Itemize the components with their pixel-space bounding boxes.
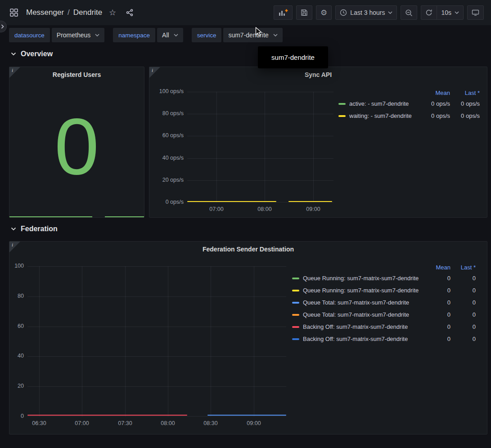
share-dashboard-button[interactable] — [123, 6, 136, 19]
gridline — [187, 92, 333, 92]
series-color-dash — [338, 115, 346, 117]
save-dashboard-button[interactable] — [296, 5, 312, 20]
section-federation-toggle[interactable]: Federation — [11, 225, 58, 233]
legend-series-toggle[interactable]: Queue Total: sum7-matrix-sum7-dendrite — [292, 299, 423, 306]
add-panel-button[interactable] — [274, 5, 293, 20]
chevron-down-icon — [11, 52, 16, 56]
refresh-icon — [425, 9, 432, 16]
zoom-out-time-button[interactable] — [401, 5, 417, 20]
sparkline-segment — [9, 216, 92, 217]
gridline — [39, 266, 40, 417]
legend-series-name: waiting: - sum7-dendrite — [349, 112, 412, 119]
gridline — [27, 386, 286, 387]
y-axis-tick: 100 — [9, 263, 24, 269]
legend-series-toggle[interactable]: Queue Total: sum7-matrix-sum7-dendrite — [292, 311, 423, 318]
time-range-label: Last 3 hours — [350, 9, 385, 16]
star-dashboard-button[interactable]: ☆ — [106, 6, 119, 19]
legend-last-value: 0 — [450, 311, 476, 318]
gridline — [27, 356, 286, 357]
legend-last-header[interactable]: Last * — [450, 264, 476, 271]
apps-grid-icon — [10, 9, 18, 17]
gridline — [313, 92, 314, 202]
refresh-interval-picker[interactable]: 10s — [437, 5, 464, 20]
variable-datasource: datasource Prometheus — [9, 28, 104, 42]
gridline — [27, 266, 286, 267]
legend-series-name: Queue Total: sum7-matrix-sum7-dendrite — [303, 311, 409, 318]
kiosk-mode-button[interactable] — [467, 5, 484, 20]
gridline — [187, 202, 333, 202]
legend-series-toggle[interactable]: Backing Off: sum7-matrix-sum7-dendrite — [292, 323, 423, 330]
panel-title-sync-api[interactable]: Sync API — [149, 71, 487, 78]
time-range-picker[interactable]: Last 3 hours — [335, 5, 397, 20]
x-axis-tick: 07:00 — [69, 420, 95, 426]
legend-mean-value: 0 — [423, 323, 450, 330]
federation-plot-area[interactable] — [27, 266, 286, 417]
legend-header-row: Mean Last * — [338, 88, 480, 98]
legend-mean-value: 0 — [423, 299, 450, 306]
stat-value: 0 — [9, 94, 144, 199]
gear-icon: ⚙ — [320, 9, 327, 17]
variable-namespace: namespace All — [113, 28, 183, 42]
legend-series-toggle[interactable]: active: - sum7-dendrite — [338, 100, 417, 107]
legend-mean-value: 0 — [423, 287, 450, 294]
variable-service-select[interactable]: sum7-dendrite — [223, 28, 283, 42]
section-overview-toggle[interactable]: Overview — [11, 50, 53, 58]
tooltip-text: sum7-dendrite — [271, 54, 315, 61]
y-axis-tick: 0 ops/s — [149, 199, 184, 205]
breadcrumb-folder[interactable]: Messenger — [26, 8, 64, 17]
variable-datasource-select[interactable]: Prometheus — [52, 28, 104, 42]
sync-api-plot-area[interactable] — [187, 92, 333, 202]
x-axis-tick: 08:00 — [155, 420, 180, 426]
chevron-down-icon — [388, 11, 392, 14]
legend-row: waiting: - sum7-dendrite 0 ops/s 0 ops/s — [338, 110, 480, 122]
zoom-out-icon — [405, 9, 413, 17]
dashboards-grid-button[interactable] — [7, 6, 21, 19]
panel-title-federation-sender[interactable]: Federation Sender Destination — [9, 246, 487, 253]
legend-last-value: 0 — [450, 299, 476, 306]
panel-title-registered-users[interactable]: Registerd Users — [9, 71, 144, 78]
chevron-down-icon — [455, 11, 459, 14]
x-axis-tick: 08:00 — [252, 206, 277, 212]
legend-series-toggle[interactable]: waiting: - sum7-dendrite — [338, 112, 417, 119]
breadcrumb-separator: / — [68, 8, 70, 17]
legend-series-name: Queue Total: sum7-matrix-sum7-dendrite — [303, 299, 409, 306]
series-line-waiting — [187, 201, 276, 202]
dashboard-settings-button[interactable]: ⚙ — [316, 5, 332, 20]
legend-series-name: Backing Off: sum7-matrix-sum7-dendrite — [303, 336, 408, 342]
legend-last-value: 0 — [450, 275, 476, 282]
legend-series-toggle[interactable]: Queue Running: sum7-matrix-sum7-dendrite — [292, 287, 423, 294]
panel-sync-api: i Sync API 100 ops/s 80 ops/s 60 ops/s 4… — [149, 67, 487, 218]
section-title: Overview — [21, 50, 53, 58]
gridline — [82, 266, 82, 417]
y-axis-tick: 80 — [9, 293, 24, 299]
variable-namespace-select[interactable]: All — [157, 28, 183, 42]
y-axis-tick: 100 ops/s — [149, 88, 184, 94]
legend-last-value: 0 — [450, 323, 476, 330]
navbar-left: Messenger / Dendrite ☆ — [7, 6, 136, 19]
panel-federation-sender-destination: i Federation Sender Destination 100 80 6… — [9, 241, 487, 435]
legend-series-toggle[interactable]: Backing Off: sum7-matrix-sum7-dendrite — [292, 336, 423, 342]
legend-mean-header[interactable]: Mean — [423, 264, 450, 271]
variable-value: sum7-dendrite — [228, 31, 269, 39]
gridline — [187, 136, 333, 136]
grafana-dashboard: Messenger / Dendrite ☆ ⚙ Last — [0, 0, 491, 448]
section-title: Federation — [21, 225, 58, 233]
breadcrumb-dashboard[interactable]: Dendrite — [73, 8, 102, 17]
y-axis-tick: 40 ops/s — [149, 155, 184, 161]
series-color-dash — [338, 103, 346, 105]
series-line-waiting — [288, 201, 332, 202]
legend-last-header[interactable]: Last * — [450, 90, 480, 96]
legend-series-toggle[interactable]: Queue Running: sum7-matrix-sum7-dendrite — [292, 275, 423, 282]
variable-label: namespace — [113, 28, 155, 42]
gridline — [168, 266, 168, 417]
legend-last-value: 0 ops/s — [450, 100, 480, 107]
x-axis-tick: 07:00 — [204, 206, 229, 212]
series-color-dash — [292, 278, 299, 279]
gridline — [125, 266, 126, 417]
chevron-down-icon — [273, 34, 278, 36]
gridline — [211, 266, 211, 417]
refresh-dashboard-button[interactable] — [421, 5, 437, 20]
legend-mean-value: 0 — [423, 311, 450, 318]
series-line-backing-off — [27, 415, 187, 416]
legend-mean-header[interactable]: Mean — [417, 90, 450, 96]
